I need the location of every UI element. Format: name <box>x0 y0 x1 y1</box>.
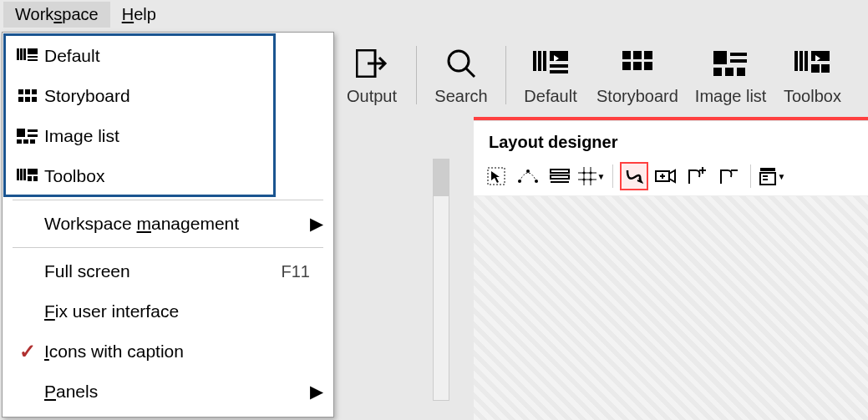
svg-rect-20 <box>737 68 745 76</box>
menu-item-label: Workspace management <box>44 214 310 234</box>
menu-item-default[interactable]: Default <box>3 36 333 76</box>
menu-help[interactable]: Help <box>110 2 168 28</box>
svg-rect-59 <box>25 89 30 94</box>
svg-rect-13 <box>633 62 642 70</box>
svg-rect-55 <box>28 48 38 54</box>
tool-lines[interactable] <box>546 162 574 190</box>
tool-grid[interactable]: ▼ <box>577 162 606 190</box>
svg-rect-25 <box>811 64 820 73</box>
svg-rect-74 <box>28 176 32 181</box>
toolbar-search[interactable]: Search <box>432 36 490 115</box>
submenu-arrow-icon: ▶ <box>310 214 322 234</box>
svg-rect-33 <box>551 181 569 183</box>
svg-rect-54 <box>23 48 26 60</box>
svg-rect-32 <box>551 175 569 179</box>
svg-rect-53 <box>20 48 23 60</box>
menu-item-toolbox[interactable]: Toolbox <box>3 156 333 196</box>
menu-item-workspace-management[interactable]: Workspace management ▶ <box>3 204 333 244</box>
svg-rect-6 <box>550 51 568 61</box>
svg-rect-23 <box>805 51 808 71</box>
svg-rect-4 <box>538 51 541 71</box>
toolbar-separator <box>750 164 751 188</box>
svg-rect-9 <box>622 51 631 59</box>
svg-rect-3 <box>533 51 536 71</box>
scrollbar-thumb[interactable] <box>434 159 449 196</box>
default-icon <box>11 48 44 64</box>
toolbar-workspace-toolbox[interactable]: Toolbox <box>783 36 841 115</box>
menu-item-label: Full screen <box>44 261 282 281</box>
svg-rect-65 <box>28 129 38 132</box>
svg-rect-17 <box>730 59 747 63</box>
layout-designer-panel: Layout designer ▼ ▼ <box>474 120 868 420</box>
toolbar-workspace-imagelist[interactable]: Image list <box>695 36 767 115</box>
svg-rect-10 <box>633 51 642 59</box>
tool-bezier[interactable] <box>514 162 542 190</box>
dropdown-arrow-icon: ▼ <box>778 172 786 181</box>
toolbar-workspace-storyboard[interactable]: Storyboard <box>596 36 678 115</box>
svg-rect-12 <box>622 62 631 70</box>
tool-keyframe-remove[interactable] <box>715 162 744 190</box>
menu-item-panels[interactable]: Panels ▶ <box>3 372 333 412</box>
checkmark-icon: ✓ <box>19 340 36 363</box>
tool-keyframe-add[interactable] <box>683 162 712 190</box>
toolbar-separator <box>612 164 613 188</box>
menu-item-storyboard[interactable]: Storyboard <box>3 76 333 116</box>
menu-item-label: Icons with caption <box>44 342 310 362</box>
designer-toolbar: ▼ ▼ <box>474 160 868 196</box>
svg-point-41 <box>589 179 591 181</box>
tool-select[interactable] <box>482 162 510 190</box>
svg-point-40 <box>582 179 585 181</box>
menu-item-icons-caption[interactable]: ✓ Icons with caption <box>3 331 333 372</box>
svg-rect-8 <box>550 70 568 73</box>
tool-properties[interactable]: ▼ <box>758 162 786 190</box>
toolbar-separator <box>416 46 417 104</box>
default-icon <box>532 45 569 82</box>
svg-rect-52 <box>17 48 19 60</box>
svg-rect-7 <box>550 64 568 68</box>
svg-rect-75 <box>33 176 38 181</box>
menu-item-fix-ui[interactable]: Fix user interface <box>3 291 333 331</box>
tool-camera[interactable] <box>652 162 680 190</box>
svg-point-39 <box>589 172 591 175</box>
svg-rect-48 <box>760 168 775 171</box>
menu-item-label: Default <box>44 46 310 66</box>
svg-rect-72 <box>23 169 26 180</box>
menu-shortcut: F11 <box>282 262 310 281</box>
menu-separator <box>13 247 323 248</box>
tool-curve[interactable] <box>620 162 648 190</box>
menu-item-label: Panels <box>44 382 310 402</box>
menu-item-label: Storyboard <box>44 86 310 106</box>
toolbar-imagelist-label: Image list <box>695 87 767 106</box>
storyboard-icon <box>621 45 654 82</box>
dropdown-arrow-icon: ▼ <box>597 172 606 181</box>
svg-rect-69 <box>30 139 35 144</box>
imagelist-icon <box>712 45 750 82</box>
svg-rect-66 <box>28 134 38 137</box>
svg-rect-22 <box>799 51 803 71</box>
svg-rect-11 <box>644 51 652 59</box>
svg-rect-16 <box>730 53 747 56</box>
menu-item-imagelist[interactable]: Image list <box>3 116 333 156</box>
workspace-dropdown: Default Storyboard Image list Toolbox Wo… <box>2 32 334 417</box>
toolbar-output[interactable]: Output <box>343 36 401 115</box>
toolbar-default-label: Default <box>524 87 576 106</box>
toolbar-separator <box>505 46 506 104</box>
toolbox-icon <box>794 45 830 82</box>
svg-rect-50 <box>763 175 768 177</box>
svg-rect-5 <box>543 51 546 71</box>
toolbar-workspace-default[interactable]: Default <box>521 36 580 115</box>
menu-workspace[interactable]: Workspace <box>3 2 110 28</box>
menu-item-fullscreen[interactable]: Full screen F11 <box>3 251 333 291</box>
scrollbar[interactable] <box>433 159 449 401</box>
svg-rect-57 <box>28 59 38 61</box>
svg-rect-56 <box>28 56 38 58</box>
svg-rect-15 <box>713 51 727 64</box>
imagelist-icon <box>11 128 44 144</box>
menu-item-label: Toolbox <box>44 166 310 186</box>
menu-item-label: Image list <box>44 126 310 146</box>
designer-canvas[interactable] <box>474 196 868 420</box>
svg-rect-62 <box>25 97 30 102</box>
svg-rect-63 <box>32 97 37 102</box>
svg-rect-64 <box>17 129 25 137</box>
svg-point-1 <box>449 51 469 71</box>
